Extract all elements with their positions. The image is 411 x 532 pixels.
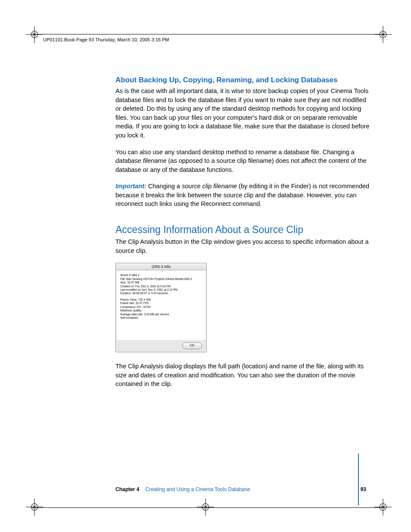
registration-mark-icon xyxy=(374,26,392,43)
info-line: Size: 33.97 MB xyxy=(120,281,202,284)
info-line: Last modified on Sun, Dec 9, 2001 at 2:1… xyxy=(120,288,202,292)
registration-mark-icon xyxy=(26,498,43,516)
text: You can also use any standard desktop me… xyxy=(115,149,355,156)
info-line: Picture Track: 720 X 480 xyxy=(120,298,202,302)
dialog-body: Scene 8 Take 2 File: Mac Desktop HD:Film… xyxy=(117,271,206,340)
info-line: Duration: 00:00:09:07 or 9.24 seconds xyxy=(120,292,202,295)
info-line: Scene 8 Take 2 xyxy=(120,274,202,277)
clip-info-dialog: GR8-3 Info Scene 8 Take 2 File: Mac Desk… xyxy=(115,263,207,352)
chapter-number: Chapter 4 xyxy=(115,486,139,492)
page-body: About Backing Up, Copying, Renaming, and… xyxy=(115,75,370,396)
paragraph: You can also use any standard desktop me… xyxy=(115,148,370,174)
subheading-backup: About Backing Up, Copying, Renaming, and… xyxy=(115,75,370,85)
chapter-title: Creating and Using a Cinema Tools Databa… xyxy=(145,486,250,492)
registration-mark-icon xyxy=(26,26,43,43)
ok-button[interactable]: OK xyxy=(182,342,202,349)
info-line: File: Mac Desktop HD:Film Projects:Greec… xyxy=(120,277,202,281)
page-footer: Chapter 4 Creating and Using a Cinema To… xyxy=(115,486,370,492)
info-line: Maximum quality xyxy=(120,309,202,312)
important-note: Important: Changing a source clip filena… xyxy=(115,182,370,208)
important-label: Important: xyxy=(115,183,148,190)
header-rule xyxy=(31,34,385,34)
info-line: Created on Thu, Dec 6, 2001 at 5:03 PM xyxy=(120,285,202,288)
italic-term: database filename xyxy=(115,157,167,164)
info-line: Frame rate: 29.97 FPS xyxy=(120,302,202,305)
header-crop-info: UP01101.Book Page 93 Thursday, March 10,… xyxy=(43,37,169,42)
paragraph: The Clip Analysis button in the Clip win… xyxy=(115,237,370,255)
text: Changing a xyxy=(148,183,182,190)
footer-rule xyxy=(31,507,385,508)
info-line: Compressor: DV - NTSC xyxy=(120,305,202,309)
info-line: Average data rate: 3.43 MB per second xyxy=(120,313,202,316)
paragraph: The Clip Analysis dialog displays the fu… xyxy=(115,362,370,389)
footer-accent-bar xyxy=(358,454,359,505)
paragraph: As is the case with all important data, … xyxy=(115,87,370,140)
page-number: 93 xyxy=(361,486,370,492)
dialog-title: GR8-3 Info xyxy=(116,263,206,270)
registration-mark-icon xyxy=(197,498,214,516)
dialog-footer: OK xyxy=(116,341,206,352)
section-heading-accessing: Accessing Information About a Source Cli… xyxy=(115,224,370,236)
info-line: Self-contained xyxy=(120,316,202,320)
registration-mark-icon xyxy=(374,498,392,516)
italic-term: source clip filename xyxy=(182,183,237,190)
